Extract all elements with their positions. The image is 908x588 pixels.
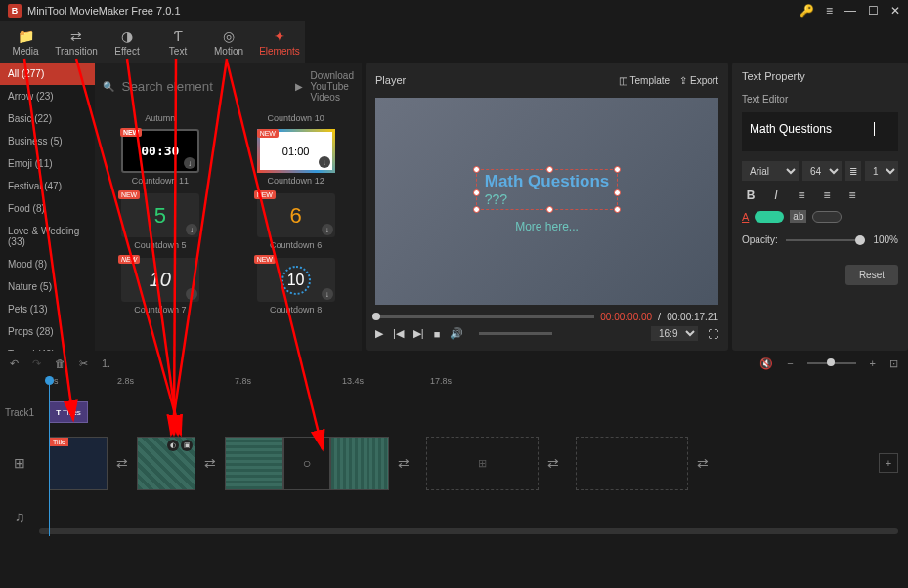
category-item[interactable]: Basic (22) (0, 107, 95, 130)
split-button[interactable]: ✂ (79, 357, 88, 370)
resize-handle[interactable] (614, 166, 621, 173)
selected-text-overlay[interactable]: Math Questions ??? (476, 169, 619, 210)
title-clip[interactable]: TTitles (49, 401, 88, 423)
category-item[interactable]: Pets (13) (0, 298, 95, 320)
download-icon[interactable]: ↓ (322, 288, 333, 300)
category-item[interactable]: Food (8) (0, 197, 95, 220)
tab-effect[interactable]: ◑Effect (102, 21, 152, 63)
element-item[interactable]: 00:30NEW↓Countdown 11 (103, 129, 219, 186)
download-icon[interactable]: ↓ (184, 157, 195, 169)
prev-frame-button[interactable]: |◀ (393, 327, 404, 340)
italic-button[interactable]: I (767, 189, 785, 202)
line-height-select[interactable]: 1 (865, 161, 898, 181)
volume-slider[interactable] (479, 332, 552, 335)
resize-handle[interactable] (473, 189, 480, 196)
text-editor-field[interactable]: Math Questions (742, 112, 898, 151)
seek-thumb[interactable] (372, 313, 380, 320)
category-item[interactable]: Love & Wedding (33) (0, 220, 95, 253)
video-clip[interactable] (330, 437, 389, 490)
category-item[interactable]: Mood (8) (0, 253, 95, 275)
transition-indicator[interactable]: ⇄ (539, 437, 568, 490)
time-ruler[interactable]: 0s2.8s7.8s13.4s17.8s (39, 376, 908, 396)
stop-button[interactable]: ■ (434, 328, 441, 340)
zoom-thumb[interactable] (827, 358, 835, 366)
element-item[interactable]: 10NEW↓Countdown 8 (238, 258, 354, 315)
seek-bar[interactable] (375, 315, 594, 318)
empty-clip-slot[interactable] (576, 437, 688, 490)
maximize-icon[interactable]: ☐ (868, 4, 879, 18)
playhead[interactable] (49, 376, 50, 536)
delete-button[interactable]: 🗑 (55, 357, 65, 369)
category-item[interactable]: Festival (47) (0, 175, 95, 197)
download-icon[interactable]: ↓ (322, 224, 333, 235)
category-item[interactable]: Arrow (23) (0, 85, 95, 107)
add-clip-button[interactable]: + (879, 453, 898, 473)
resize-handle[interactable] (614, 206, 621, 213)
element-item[interactable]: 01:00NEW↓Countdown 12 (238, 129, 354, 186)
tab-media[interactable]: 📁Media (0, 21, 51, 63)
element-item[interactable]: 10NEW↓Countdown 7 (103, 258, 219, 315)
download-icon[interactable]: ↓ (186, 288, 197, 300)
reset-button[interactable]: Reset (845, 265, 898, 285)
transition-indicator[interactable]: ○ (283, 437, 330, 490)
category-item[interactable]: Emoji (11) (0, 152, 95, 175)
transition-indicator[interactable]: ⇄ (108, 437, 137, 490)
video-clip[interactable]: ◐▣ (137, 437, 195, 490)
resize-handle[interactable] (614, 189, 621, 196)
preview-viewport[interactable]: Math Questions ??? More here... (375, 98, 718, 305)
clip-lock-icon[interactable]: ▣ (181, 440, 193, 451)
next-frame-button[interactable]: ▶| (413, 327, 424, 340)
text-color-swatch[interactable] (755, 211, 784, 223)
export-button[interactable]: ⇪Export (679, 75, 718, 86)
youtube-link[interactable]: Download YouTube Videos (311, 70, 354, 103)
resize-handle[interactable] (546, 206, 553, 213)
key-icon[interactable]: 🔑 (800, 4, 814, 18)
category-item[interactable]: Travel (40) (0, 343, 95, 351)
zoom-slider[interactable] (807, 362, 856, 364)
aspect-ratio-select[interactable]: 16:9 (651, 326, 698, 341)
align-right-button[interactable]: ≡ (843, 189, 861, 202)
category-item[interactable]: All (277) (0, 63, 95, 85)
highlight-icon[interactable]: ab (790, 210, 806, 223)
transition-indicator[interactable]: ⇄ (688, 437, 717, 490)
align-left-button[interactable]: ≡ (793, 189, 810, 202)
search-input[interactable] (122, 79, 287, 94)
template-button[interactable]: ◫Template (619, 75, 670, 86)
tab-text[interactable]: ƬText (152, 21, 203, 63)
zoom-fit-button[interactable]: ⊡ (889, 357, 898, 370)
align-center-button[interactable]: ≡ (818, 189, 836, 202)
category-item[interactable]: Nature (5) (0, 275, 95, 298)
timeline-scrollbar[interactable] (39, 528, 898, 534)
clip-effect-icon[interactable]: ◐ (167, 440, 179, 451)
font-size-select[interactable]: 64 (802, 161, 842, 181)
element-item[interactable]: 6NEW↓Countdown 6 (238, 193, 354, 250)
category-item[interactable]: Business (5) (0, 130, 95, 152)
tab-transition[interactable]: ⇄Transition (51, 21, 102, 63)
transition-indicator[interactable]: ⇄ (389, 437, 418, 490)
minimize-icon[interactable]: — (844, 4, 856, 18)
category-item[interactable]: Props (28) (0, 320, 95, 343)
play-button[interactable]: ▶ (375, 327, 383, 340)
tab-elements[interactable]: ✦Elements (254, 21, 305, 63)
zoom-in-button[interactable]: + (870, 357, 876, 369)
element-item[interactable]: 5NEW↓Countdown 5 (103, 193, 219, 250)
opacity-thumb[interactable] (855, 235, 865, 245)
font-color-icon[interactable]: A (742, 211, 749, 223)
video-clip[interactable] (225, 437, 283, 490)
speed-button[interactable]: 1. (102, 357, 110, 369)
fullscreen-button[interactable]: ⛶ (708, 328, 718, 340)
close-icon[interactable]: ✕ (890, 4, 900, 18)
transition-indicator[interactable]: ⇄ (195, 437, 225, 490)
tab-motion[interactable]: ◎Motion (203, 21, 254, 63)
volume-icon[interactable]: 🔊 (450, 327, 463, 340)
menu-icon[interactable]: ≡ (826, 4, 833, 18)
resize-handle[interactable] (473, 206, 480, 213)
zoom-out-button[interactable]: − (787, 357, 793, 369)
opacity-slider[interactable] (786, 239, 866, 241)
download-icon[interactable]: ↓ (186, 224, 197, 235)
undo-button[interactable]: ↶ (10, 357, 19, 370)
redo-button[interactable]: ↷ (32, 357, 41, 370)
download-icon[interactable]: ↓ (319, 156, 330, 168)
resize-handle[interactable] (473, 166, 480, 173)
highlight-color-swatch[interactable] (812, 211, 842, 223)
